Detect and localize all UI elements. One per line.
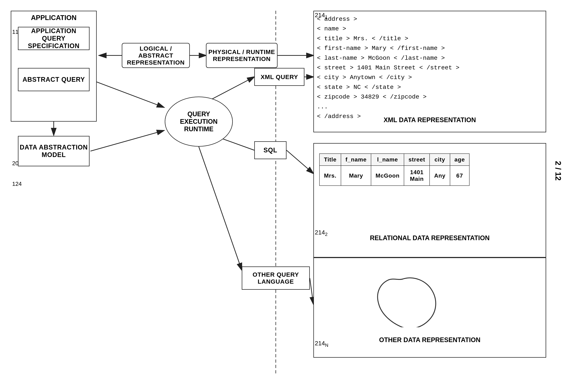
xml-data-line: ... (317, 102, 543, 112)
table-cell: 67 (450, 166, 469, 186)
xml-data-rep-label: XML DATA REPRESENTATION (313, 116, 546, 124)
logical-rep-label: LOGICAL / ABSTRACT REPRESENTATION (122, 45, 189, 66)
table-row: Mrs.MaryMcGoon1401 MainAny67 (319, 166, 469, 186)
svg-line-8 (90, 80, 164, 107)
other-query-box: OTHER QUERY LANGUAGE (242, 266, 310, 290)
relational-table: Titlef_namel_namestreetcityageMrs.MaryMc… (319, 154, 469, 186)
svg-line-13 (286, 150, 313, 173)
xml-query-box: XML QUERY (254, 68, 304, 86)
relational-data-rep-label: RELATIONAL DATA REPRESENTATION (313, 234, 546, 242)
physical-rep-label: PHYSICAL / RUNTIME REPRESENTATION (209, 48, 275, 62)
physical-rep-box: PHYSICAL / RUNTIME REPRESENTATION (206, 43, 278, 68)
app-query-spec-box: APPLICATION QUERY SPECIFICATION (18, 27, 90, 50)
xml-data-content: < address >< name >< title > Mrs. < /tit… (317, 14, 543, 121)
table-header: l_name (371, 154, 404, 166)
table-header: street (404, 154, 430, 166)
table-cell: Mrs. (319, 166, 341, 186)
svg-line-9 (90, 131, 164, 151)
xml-data-line: < state > NC < /state > (317, 83, 543, 92)
other-data-rep-label: OTHER DATA REPRESENTATION (313, 336, 546, 344)
ref-124: 124 (12, 181, 22, 187)
xml-data-line: < last-name > McGoon < /last-name > (317, 53, 543, 63)
app-query-spec-label: APPLICATION QUERY SPECIFICATION (18, 27, 89, 50)
xml-data-line: < first-name > Mary < /first-name > (317, 43, 543, 53)
svg-line-14 (310, 278, 313, 304)
xml-data-line: < street > 1401 Main Street < /street > (317, 63, 543, 73)
table-cell: Mary (341, 166, 371, 186)
sql-label: SQL (263, 146, 277, 154)
table-cell: Any (430, 166, 450, 186)
blob-shape (367, 274, 439, 327)
xml-query-label: XML QUERY (261, 73, 298, 81)
other-query-label: OTHER QUERY LANGUAGE (253, 271, 299, 285)
application-label: APPLICATION (11, 14, 97, 22)
xml-data-line: < title > Mrs. < /title > (317, 34, 543, 43)
logical-rep-box: LOGICAL / ABSTRACT REPRESENTATION (122, 43, 190, 68)
abstract-query-label: ABSTRACT QUERY (23, 76, 85, 83)
table-cell: McGoon (371, 166, 404, 186)
svg-line-15 (199, 147, 242, 270)
table-cell: 1401 Main (404, 166, 430, 186)
xml-data-line: < zipcode > 34829 < /zipcode > (317, 92, 543, 102)
table-header: age (450, 154, 469, 166)
page-number: 2 / 12 (554, 161, 563, 181)
table-header: city (430, 154, 450, 166)
qer-label: QUERY EXECUTION RUNTIME (180, 110, 218, 133)
xml-data-line: < city > Anytown < /city > (317, 73, 543, 82)
qer-ellipse: QUERY EXECUTION RUNTIME (165, 97, 233, 147)
data-abstraction-box: DATA ABSTRACTION MODEL (18, 136, 90, 166)
xml-data-line: < address > (317, 14, 543, 24)
table-header: f_name (341, 154, 371, 166)
data-abstraction-label: DATA ABSTRACTION MODEL (20, 144, 88, 159)
table-header: Title (319, 154, 341, 166)
diagram: 110 APPLICATION 112 APPLICATION QUERY SP… (0, 0, 568, 392)
abstract-query-box: ABSTRACT QUERY (18, 68, 90, 91)
xml-data-line: < name > (317, 24, 543, 34)
sql-box: SQL (254, 141, 286, 159)
